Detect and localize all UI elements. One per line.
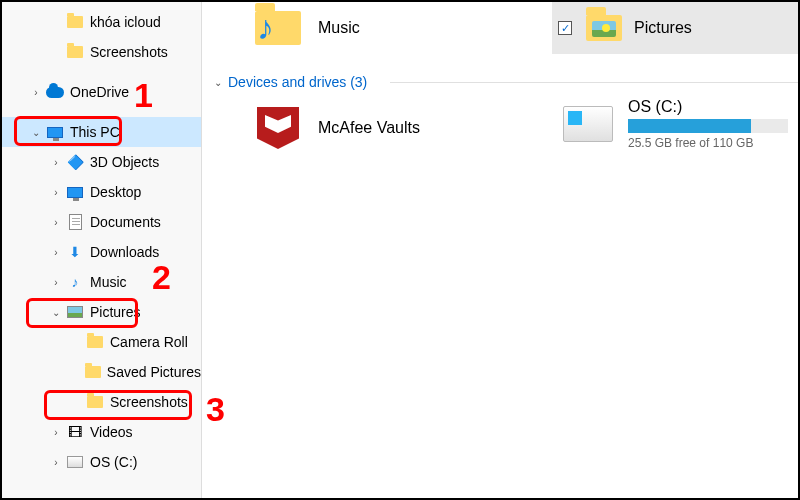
chevron-right-icon: ›	[50, 156, 62, 168]
chevron-right-icon: ›	[50, 246, 62, 258]
pictures-folder-icon	[584, 8, 624, 48]
folder-icon	[85, 363, 101, 381]
drive-name: OS (C:)	[628, 98, 788, 116]
folder-icon	[66, 13, 84, 31]
tree-item-khoa-icloud[interactable]: khóa icloud	[2, 7, 201, 37]
mcafee-label: McAfee Vaults	[318, 119, 420, 137]
tree-label: Camera Roll	[110, 334, 188, 350]
annotation-number-2: 2	[152, 258, 171, 297]
downloads-icon: ⬇	[66, 243, 84, 261]
onedrive-icon	[46, 83, 64, 101]
drive-usage-bar	[628, 119, 788, 133]
folder-icon	[66, 43, 84, 61]
chevron-right-icon: ›	[50, 276, 62, 288]
header-pictures-label: Pictures	[634, 19, 692, 37]
disk-icon	[66, 453, 84, 471]
tree-item-saved-pictures[interactable]: Saved Pictures	[2, 357, 201, 387]
3d-objects-icon: 🔷	[66, 153, 84, 171]
section-label: Devices and drives (3)	[228, 74, 367, 90]
tree-label: Saved Pictures	[107, 364, 201, 380]
tree-label: OS (C:)	[90, 454, 137, 470]
annotation-box-1	[14, 116, 122, 146]
tree-label: Documents	[90, 214, 161, 230]
music-icon: ♪	[66, 273, 84, 291]
tree-item-music[interactable]: › ♪ Music	[2, 267, 201, 297]
tree-item-3d-objects[interactable]: › 🔷 3D Objects	[2, 147, 201, 177]
music-label: Music	[318, 19, 360, 37]
tree-label: khóa icloud	[90, 14, 161, 30]
folder-icon	[86, 333, 104, 351]
chevron-down-icon: ⌄	[214, 77, 222, 88]
drive-free-text: 25.5 GB free of 110 GB	[628, 136, 788, 150]
tree-item-screenshots-upper[interactable]: Screenshots	[2, 37, 201, 67]
chevron-right-icon: ›	[30, 86, 42, 98]
mcafee-vaults-tile[interactable]: McAfee Vaults	[252, 102, 420, 154]
navigation-tree: khóa icloud Screenshots › OneDrive ⌄ Thi…	[2, 2, 202, 498]
header-pictures-tile[interactable]: ✓ Pictures	[552, 2, 798, 54]
annotation-box-2	[26, 298, 138, 328]
tree-item-documents[interactable]: › Documents	[2, 207, 201, 237]
annotation-box-3	[44, 390, 192, 420]
chevron-right-icon: ›	[50, 456, 62, 468]
chevron-icon	[70, 336, 82, 348]
desktop-icon	[66, 183, 84, 201]
tree-item-camera-roll[interactable]: Camera Roll	[2, 327, 201, 357]
mcafee-icon	[252, 102, 304, 154]
tree-item-downloads[interactable]: › ⬇ Downloads	[2, 237, 201, 267]
annotation-number-3: 3	[206, 390, 225, 429]
annotation-number-1: 1	[134, 76, 153, 115]
os-drive-tile[interactable]: OS (C:) 25.5 GB free of 110 GB	[562, 98, 788, 150]
tree-label: Videos	[90, 424, 133, 440]
chevron-icon	[50, 46, 62, 58]
documents-icon	[66, 213, 84, 231]
tree-label: Screenshots	[90, 44, 168, 60]
chevron-icon	[70, 366, 81, 378]
tree-label: Desktop	[90, 184, 141, 200]
disk-drive-icon	[562, 98, 614, 150]
tree-item-onedrive[interactable]: › OneDrive	[2, 77, 201, 107]
content-pane[interactable]: ✓ Pictures ♪ Music ⌄ Devices and drives …	[202, 2, 798, 498]
chevron-icon	[50, 16, 62, 28]
tree-item-os-c[interactable]: › OS (C:)	[2, 447, 201, 477]
section-divider	[390, 82, 798, 83]
chevron-right-icon: ›	[50, 216, 62, 228]
checkbox-checked-icon[interactable]: ✓	[558, 21, 572, 35]
music-folder-tile[interactable]: ♪ Music	[252, 2, 360, 54]
tree-item-videos[interactable]: › 🎞 Videos	[2, 417, 201, 447]
tree-label: OneDrive	[70, 84, 129, 100]
tree-item-desktop[interactable]: › Desktop	[2, 177, 201, 207]
drive-usage-fill	[628, 119, 751, 133]
devices-drives-header[interactable]: ⌄ Devices and drives (3)	[214, 74, 367, 90]
chevron-right-icon: ›	[50, 186, 62, 198]
tree-label: Downloads	[90, 244, 159, 260]
music-folder-icon: ♪	[252, 2, 304, 54]
tree-label: Music	[90, 274, 127, 290]
videos-icon: 🎞	[66, 423, 84, 441]
tree-label: 3D Objects	[90, 154, 159, 170]
chevron-right-icon: ›	[50, 426, 62, 438]
